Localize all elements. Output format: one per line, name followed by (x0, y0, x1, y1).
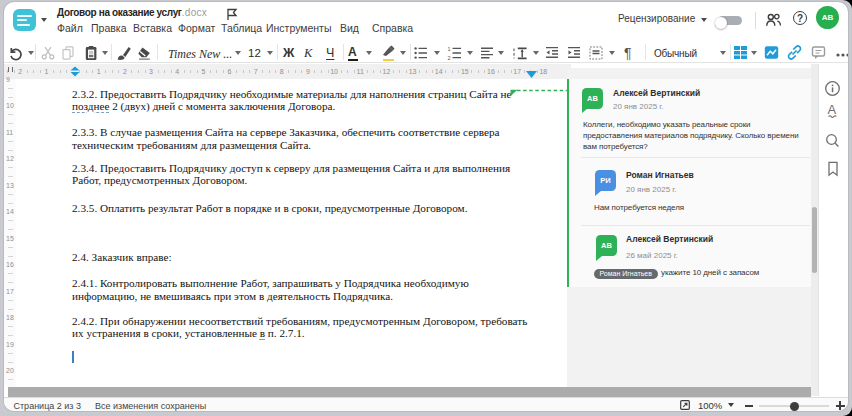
svg-text:A: A (828, 102, 837, 117)
svg-text:1: 1 (448, 46, 451, 52)
svg-text:2: 2 (448, 55, 451, 61)
